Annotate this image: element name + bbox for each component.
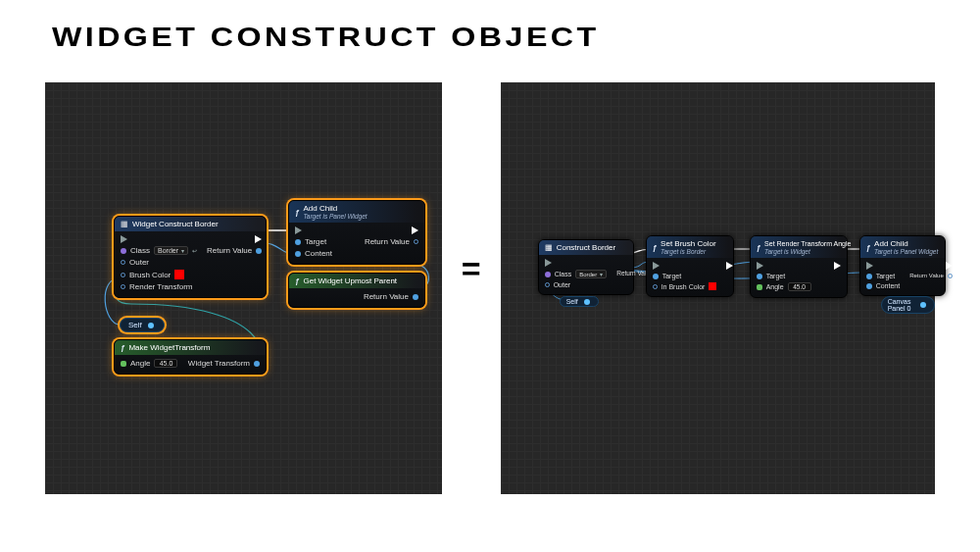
angle-label: Angle: [130, 359, 150, 368]
exec-out-pin[interactable]: [834, 262, 841, 270]
out-pin[interactable]: [254, 361, 260, 367]
function-icon: ƒ: [757, 243, 760, 252]
self-label: Self: [128, 321, 142, 329]
widget-icon: ▦: [121, 220, 128, 228]
return-pin[interactable]: [414, 239, 418, 244]
target-pin[interactable]: [866, 274, 872, 279]
node-self-right[interactable]: Self: [560, 296, 599, 307]
content-label: Content: [305, 249, 332, 258]
content-pin[interactable]: [866, 283, 872, 289]
out-label: Widget Transform: [188, 359, 250, 368]
return-pin[interactable]: [413, 294, 418, 300]
node-construct-border[interactable]: ▦ Construct Border Class Border▾ Outer R…: [538, 239, 634, 295]
angle-label: Angle: [766, 283, 784, 290]
class-pin[interactable]: [545, 272, 551, 277]
self-pin[interactable]: [148, 323, 154, 328]
class-label: Class: [555, 271, 572, 277]
brush-color-pin[interactable]: [121, 273, 125, 277]
exec-in-pin[interactable]: [545, 259, 552, 267]
page-title: WIDGET CONSTRUCT OBJECT: [0, 0, 980, 53]
function-icon: ƒ: [121, 343, 124, 352]
render-transform-label: Render Transform: [129, 282, 192, 291]
node-title: Get Widget Upmost Parent: [303, 276, 397, 285]
node-header: ƒ Set Brush Color Target is Border: [647, 236, 733, 258]
target-label: Target: [766, 273, 785, 279]
node-header: ƒ Set Render Transform Angle Target is W…: [751, 236, 847, 258]
render-transform-pin[interactable]: [121, 284, 125, 289]
node-self-left[interactable]: Self: [120, 318, 165, 332]
node-subtitle: Target is Widget: [764, 248, 851, 255]
brush-color-label: Brush Color: [129, 271, 171, 279]
exec-out-pin[interactable]: [946, 262, 953, 270]
node-set-brush-color[interactable]: ƒ Set Brush Color Target is Border Targe…: [646, 235, 734, 297]
return-pin[interactable]: [256, 248, 262, 254]
target-pin[interactable]: [295, 239, 301, 245]
expand-icon[interactable]: ↩: [192, 247, 197, 254]
node-add-child-right[interactable]: ƒ Add Child Target is Panel Widget Targe…: [859, 235, 946, 296]
self-pin[interactable]: [584, 299, 590, 305]
node-title: Construct Border: [557, 243, 615, 252]
angle-field[interactable]: 45.0: [788, 282, 811, 291]
node-add-child-left[interactable]: ƒ Add Child Target is Panel Widget Targe…: [288, 200, 425, 265]
angle-pin[interactable]: [757, 284, 762, 290]
node-title: Add Child: [874, 239, 908, 248]
inbrush-label: In Brush Color: [662, 283, 706, 290]
class-pin[interactable]: [121, 248, 126, 254]
node-set-render-transform-angle[interactable]: ƒ Set Render Transform Angle Target is W…: [750, 235, 848, 298]
canvas-panel-pin[interactable]: [920, 302, 926, 308]
angle-field[interactable]: 45.0: [154, 359, 177, 368]
content-label: Content: [876, 282, 901, 289]
target-pin[interactable]: [757, 274, 762, 279]
outer-label: Outer: [129, 258, 149, 267]
node-header: ƒ Make WidgetTransform: [115, 340, 266, 355]
function-icon: ƒ: [295, 208, 299, 217]
node-title: Set Brush Color: [661, 239, 715, 248]
target-label: Target: [876, 273, 895, 279]
function-icon: ƒ: [295, 276, 299, 285]
function-icon: ƒ: [653, 243, 657, 252]
blueprint-canvas-left[interactable]: ▦ Widget Construct Border Class Border▾ …: [45, 82, 442, 494]
color-swatch[interactable]: [709, 282, 716, 290]
node-header: ƒ Add Child Target is Panel Widget: [289, 201, 424, 223]
exec-in-pin[interactable]: [757, 262, 763, 270]
node-header: ƒ Add Child Target is Panel Widget: [860, 236, 945, 258]
color-swatch[interactable]: [174, 270, 184, 279]
outer-label: Outer: [554, 281, 571, 288]
node-get-widget-upmost-parent[interactable]: ƒ Get Widget Upmost Parent Return Value: [288, 273, 425, 308]
target-label: Target: [662, 273, 681, 279]
return-label: Return Value: [364, 292, 409, 301]
node-subtitle: Target is Border: [661, 248, 715, 255]
return-label: Return Value: [909, 273, 944, 278]
exec-out-pin[interactable]: [726, 262, 733, 270]
node-canvas-panel-0[interactable]: Canvas Panel 0: [881, 296, 935, 314]
outer-pin[interactable]: [121, 260, 125, 265]
return-label: Return Value: [207, 246, 252, 255]
layout: ▦ Widget Construct Border Class Border▾ …: [0, 53, 980, 494]
exec-in-pin[interactable]: [653, 262, 660, 270]
canvas-panel-label: Canvas Panel 0: [888, 298, 914, 312]
exec-out-pin[interactable]: [412, 226, 418, 234]
node-header: ƒ Get Widget Upmost Parent: [289, 274, 424, 288]
node-widget-construct-border[interactable]: ▦ Widget Construct Border Class Border▾ …: [114, 216, 267, 298]
node-subtitle: Target is Panel Widget: [874, 248, 938, 255]
class-dropdown[interactable]: Border▾: [154, 246, 188, 255]
inbrush-pin[interactable]: [653, 284, 658, 289]
node-header: ▦ Construct Border: [539, 240, 633, 255]
target-pin[interactable]: [653, 274, 659, 279]
blueprint-canvas-right[interactable]: ▦ Construct Border Class Border▾ Outer R…: [501, 82, 935, 494]
exec-in-pin[interactable]: [121, 235, 127, 243]
exec-in-pin[interactable]: [295, 226, 302, 234]
return-pin[interactable]: [948, 274, 953, 278]
content-pin[interactable]: [295, 251, 301, 257]
node-make-widget-transform[interactable]: ƒ Make WidgetTransform Angle 45.0 Widget…: [114, 339, 267, 375]
class-dropdown[interactable]: Border▾: [575, 270, 607, 278]
node-header: ▦ Widget Construct Border: [115, 217, 266, 231]
equals-symbol: =: [452, 250, 491, 288]
exec-in-pin[interactable]: [866, 262, 873, 270]
widget-icon: ▦: [545, 243, 553, 252]
outer-pin[interactable]: [545, 282, 550, 287]
class-label: Class: [130, 246, 150, 255]
function-icon: ƒ: [866, 243, 870, 252]
angle-pin[interactable]: [121, 361, 126, 367]
exec-out-pin[interactable]: [255, 235, 262, 243]
